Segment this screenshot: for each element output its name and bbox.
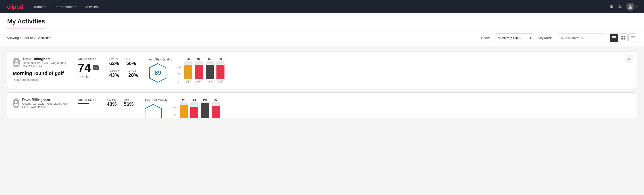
top-stats: FW Hit 62% GIR 50%	[109, 57, 138, 66]
svg-rect-9	[630, 38, 635, 38]
score-badge: +4	[92, 65, 99, 70]
svg-rect-2	[612, 38, 616, 39]
nav-activities[interactable]: Activities	[81, 3, 101, 10]
show-label: Show:	[481, 36, 490, 40]
svg-rect-8	[630, 37, 635, 38]
bar-column: 82APP	[190, 98, 198, 118]
bar-column: 90APP	[195, 57, 203, 83]
round-score-label: Round Score	[78, 57, 99, 61]
refresh-icon[interactable]: ↻	[618, 4, 622, 10]
activity-card-2: Dave Billingham October 16, 2021 - Gog M…	[7, 92, 637, 118]
shot-quality-2: Avg Shot Quality 100 50 0	[144, 98, 247, 118]
grid-view-button[interactable]	[619, 34, 628, 42]
bar-wrapper	[216, 61, 224, 79]
user-avatar-2	[13, 98, 20, 108]
svg-rect-0	[612, 36, 616, 37]
bar-chart: 85OTT90APP89ARG89PUTT	[184, 57, 224, 83]
search-input[interactable]	[557, 34, 606, 42]
teams-chevron-icon: ▾	[44, 6, 46, 8]
avatar-chevron-icon: ▾	[636, 6, 637, 8]
user-name-2: Dave Billingham	[22, 98, 71, 102]
fw-hit-stat: FW Hit 62%	[109, 57, 119, 66]
bar-value: 85	[186, 57, 190, 60]
bar-wrapper	[195, 61, 203, 79]
bar-value: 89	[208, 57, 211, 60]
bar-column: 85OTT	[184, 57, 192, 83]
user-avatar-button[interactable]: ▾	[626, 3, 637, 11]
stats-columns-2: FW Hit 43% GIR 56%	[107, 98, 134, 107]
score-placeholder	[78, 103, 89, 104]
bottom-stats: Up/Down 43% 1 Putt 28%	[109, 69, 138, 78]
svg-rect-1	[612, 38, 616, 38]
bar-chart-wrapper-2: 100 50 0 94OTT82APP106ARG87PUTT	[173, 98, 220, 118]
keywords-label: Keywords:	[538, 36, 554, 40]
svg-rect-10	[630, 39, 635, 39]
bar-value: 106	[202, 98, 208, 101]
bar-column: 94OTT	[180, 98, 188, 118]
page-title: My Activities	[7, 18, 45, 29]
bar-chart-2: 94OTT82APP106ARG87PUTT	[180, 98, 220, 118]
compact-view-button[interactable]	[628, 34, 637, 42]
bar-value: 87	[214, 98, 217, 101]
stats-columns: FW Hit 62% GIR 50% Up/Down 43% 1 Putt	[109, 57, 138, 78]
total-number: 29	[34, 36, 38, 40]
svg-marker-12	[145, 104, 162, 118]
bar-column: 87PUTT	[212, 98, 220, 118]
activity-title: Morning round of golf	[13, 70, 71, 76]
card-left: Dave Billingham December 05, 2021 - Gog …	[13, 57, 71, 82]
viewing-count-text: Viewing 12 out of 29 Activities	[7, 36, 51, 40]
logo: clippd	[7, 3, 23, 10]
user-info-2: Dave Billingham October 16, 2021 - Gog M…	[13, 98, 71, 109]
nav-teams[interactable]: Teams ▾	[30, 3, 49, 10]
bar-label: ARG	[207, 80, 213, 83]
bar-label: APP	[196, 80, 202, 83]
filter-bar: Viewing 12 out of 29 Activities Show: Al…	[0, 30, 644, 46]
view-toggle	[610, 34, 637, 42]
nav-right-actions: ⊕ ↻ ▾	[610, 3, 637, 11]
bar-value: 90	[197, 57, 200, 60]
activity-card: ✏ Dave Billingham December 05, 2021 - Go…	[7, 52, 637, 89]
svg-rect-5	[622, 38, 623, 40]
bar-column: 89ARG	[206, 57, 214, 83]
bar-wrapper	[180, 102, 188, 118]
filter-right: Show: All Activity Types Keywords:	[481, 34, 637, 42]
bar-label: PUTT	[217, 80, 224, 83]
svg-rect-3	[622, 36, 623, 38]
y-axis: 100 50 0	[178, 65, 182, 83]
activities-list: ✏ Dave Billingham December 05, 2021 - Go…	[0, 46, 644, 124]
holes-label: 18 Holes	[78, 75, 99, 78]
performance-chevron-icon: ▾	[74, 6, 76, 8]
one-putt-stat: 1 Putt 28%	[128, 69, 138, 78]
bar-wrapper	[190, 102, 198, 118]
svg-rect-6	[624, 38, 625, 40]
bar-chart-wrapper: 100 50 0 85OTT90APP89ARG89PUTT	[178, 57, 224, 83]
nav-performance[interactable]: Performance ▾	[51, 3, 79, 10]
page-header: My Activities	[0, 14, 644, 30]
list-view-button[interactable]	[610, 34, 618, 42]
bar-value: 94	[182, 98, 185, 101]
add-icon[interactable]: ⊕	[610, 4, 614, 10]
bar-value: 82	[193, 98, 196, 101]
bar-label: OTT	[186, 80, 191, 83]
navigation: clippd Teams ▾ Performance ▾ Activities …	[0, 0, 644, 14]
bar-value: 89	[219, 57, 222, 60]
user-date-2: October 16, 2021 - Gog Magog Golf Club -…	[22, 102, 71, 109]
svg-rect-7	[630, 36, 635, 36]
hex-quality-badge: 89	[149, 63, 167, 83]
activity-type-select-wrapper: All Activity Types	[494, 34, 534, 42]
activity-type-select[interactable]: All Activity Types	[494, 34, 534, 42]
card-stats-2: Round Score FW Hit 43% GIR 56%	[78, 98, 631, 118]
viewing-number: 12	[20, 36, 24, 40]
round-score-group: Round Score 74 +4 18 Holes	[78, 57, 99, 78]
bar-wrapper	[184, 61, 192, 79]
svg-rect-4	[624, 36, 625, 38]
edit-button[interactable]: ✏	[626, 55, 633, 63]
bar-column: 106ARG	[201, 98, 209, 118]
user-avatar	[13, 58, 20, 68]
card-left-2: Dave Billingham October 16, 2021 - Gog M…	[13, 98, 71, 110]
bar-wrapper	[201, 102, 209, 118]
user-info: Dave Billingham December 05, 2021 - Gog …	[13, 57, 71, 68]
bar-wrapper	[206, 61, 214, 79]
gir-stat: GIR 50%	[126, 57, 136, 66]
avatar	[626, 3, 634, 11]
